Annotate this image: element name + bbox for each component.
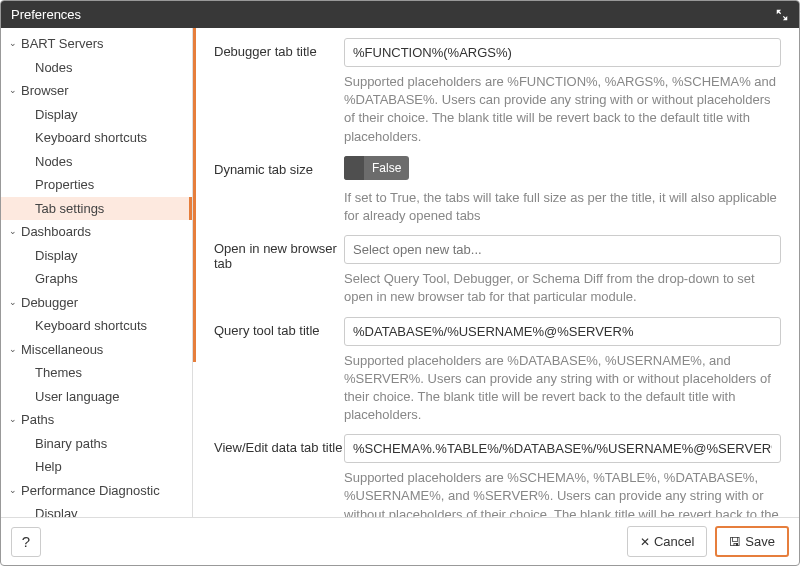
view-edit-title-help: Supported placeholders are %SCHEMA%, %TA… [344, 469, 781, 517]
sidebar-group[interactable]: ⌄Performance Diagnostic [1, 479, 192, 503]
open-new-tab-label: Open in new browser tab [214, 235, 344, 306]
debugger-tab-title-input[interactable] [344, 38, 781, 67]
sidebar-group-label: BART Servers [21, 34, 104, 54]
debugger-tab-title-help: Supported placeholders are %FUNCTION%, %… [344, 73, 781, 146]
titlebar: Preferences [1, 1, 799, 28]
help-button[interactable]: ? [11, 527, 41, 557]
sidebar-item-label: Binary paths [35, 434, 107, 454]
sidebar-item-label: Properties [35, 175, 94, 195]
sidebar-group-label: Debugger [21, 293, 78, 313]
window-title: Preferences [11, 7, 81, 22]
sidebar-item-label: Display [35, 105, 78, 125]
open-new-tab-help: Select Query Tool, Debugger, or Schema D… [344, 270, 781, 306]
sidebar-item[interactable]: User language [1, 385, 192, 409]
chevron-down-icon: ⌄ [9, 225, 21, 239]
toggle-knob [344, 156, 364, 180]
sidebar-item[interactable]: Keyboard shortcuts [1, 126, 192, 150]
dynamic-tab-size-label: Dynamic tab size [214, 156, 344, 225]
main-panel: Debugger tab title Supported placeholder… [193, 28, 799, 517]
sidebar-item[interactable]: Themes [1, 361, 192, 385]
sidebar-item-label: Help [35, 457, 62, 477]
sidebar-group-label: Browser [21, 81, 69, 101]
sidebar-item-label: Display [35, 246, 78, 266]
dynamic-tab-size-toggle[interactable]: False [344, 156, 409, 180]
chevron-down-icon: ⌄ [9, 296, 21, 310]
sidebar-item[interactable]: Nodes [1, 56, 192, 80]
view-edit-title-label: View/Edit data tab title [214, 434, 344, 517]
chevron-down-icon: ⌄ [9, 37, 21, 51]
expand-icon[interactable] [775, 8, 789, 22]
sidebar-item[interactable]: Tab settings [1, 197, 192, 221]
sidebar-item[interactable]: Nodes [1, 150, 192, 174]
toggle-label: False [364, 161, 409, 175]
query-tool-title-help: Supported placeholders are %DATABASE%, %… [344, 352, 781, 425]
sidebar-group[interactable]: ⌄BART Servers [1, 32, 192, 56]
sidebar-item[interactable]: Display [1, 103, 192, 127]
chevron-down-icon: ⌄ [9, 343, 21, 357]
chevron-down-icon: ⌄ [9, 484, 21, 498]
sidebar-group[interactable]: ⌄Debugger [1, 291, 192, 315]
sidebar-item[interactable]: Binary paths [1, 432, 192, 456]
sidebar-item[interactable]: Properties [1, 173, 192, 197]
sidebar-group[interactable]: ⌄Browser [1, 79, 192, 103]
debugger-tab-title-label: Debugger tab title [214, 38, 344, 146]
sidebar-group[interactable]: ⌄Paths [1, 408, 192, 432]
sidebar-item[interactable]: Keyboard shortcuts [1, 314, 192, 338]
sidebar-item-label: Display [35, 504, 78, 517]
sidebar-item-label: Themes [35, 363, 82, 383]
sidebar-item[interactable]: Display [1, 244, 192, 268]
dynamic-tab-size-help: If set to True, the tabs will take full … [344, 189, 781, 225]
sidebar-item-label: Graphs [35, 269, 78, 289]
sidebar-item-label: Keyboard shortcuts [35, 316, 147, 336]
chevron-down-icon: ⌄ [9, 413, 21, 427]
sidebar-item[interactable]: Help [1, 455, 192, 479]
close-icon: ✕ [640, 535, 650, 549]
open-new-tab-select[interactable] [344, 235, 781, 264]
query-tool-title-input[interactable] [344, 317, 781, 346]
save-button[interactable]: 🖫Save [715, 526, 789, 557]
sidebar-item-label: Tab settings [35, 199, 104, 219]
sidebar-group[interactable]: ⌄Dashboards [1, 220, 192, 244]
query-tool-title-label: Query tool tab title [214, 317, 344, 425]
save-icon: 🖫 [729, 535, 741, 549]
sidebar-item-label: Nodes [35, 58, 73, 78]
sidebar-item[interactable]: Graphs [1, 267, 192, 291]
view-edit-title-input[interactable] [344, 434, 781, 463]
cancel-button[interactable]: ✕Cancel [627, 526, 707, 557]
footer: ? ✕Cancel 🖫Save [1, 517, 799, 565]
sidebar-group-label: Miscellaneous [21, 340, 103, 360]
sidebar-item[interactable]: Display [1, 502, 192, 517]
sidebar-group-label: Dashboards [21, 222, 91, 242]
sidebar-group-label: Paths [21, 410, 54, 430]
sidebar-group-label: Performance Diagnostic [21, 481, 160, 501]
sidebar: ⌄BART ServersNodes⌄BrowserDisplayKeyboar… [1, 28, 193, 517]
sidebar-item-label: Nodes [35, 152, 73, 172]
sidebar-item-label: Keyboard shortcuts [35, 128, 147, 148]
chevron-down-icon: ⌄ [9, 84, 21, 98]
sidebar-group[interactable]: ⌄Miscellaneous [1, 338, 192, 362]
sidebar-item-label: User language [35, 387, 120, 407]
